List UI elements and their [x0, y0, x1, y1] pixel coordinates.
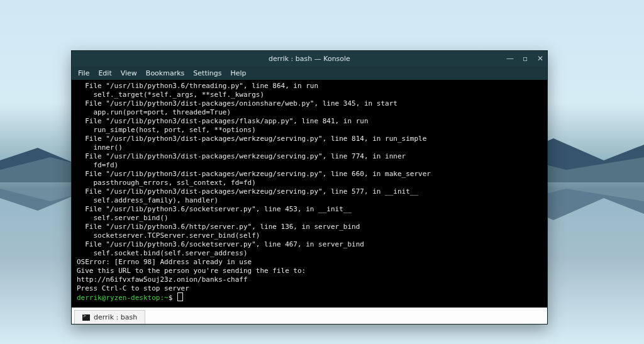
menu-edit[interactable]: Edit — [98, 69, 111, 77]
terminal-line: socketserver.TCPServer.server_bind(self) — [77, 231, 542, 240]
terminal-line: File "/usr/lib/python3.6/threading.py", … — [77, 82, 542, 91]
cursor — [178, 293, 182, 301]
menubar: File Edit View Bookmarks Settings Help — [72, 66, 547, 80]
terminal-icon — [82, 314, 90, 321]
tab-label: derrik : bash — [94, 313, 137, 321]
titlebar[interactable]: derrik : bash — Konsole — ▫ ✕ — [72, 51, 547, 66]
terminal-line: OSError: [Errno 98] Address already in u… — [77, 258, 542, 267]
terminal-output[interactable]: File "/usr/lib/python3.6/threading.py", … — [72, 80, 547, 308]
terminal-line: app.run(port=port, threaded=True) — [77, 108, 542, 117]
terminal-line: http://n6ifvxfaw5ouj23z.onion/banks-chaf… — [77, 275, 542, 284]
terminal-line: File "/usr/lib/python3/dist-packages/wer… — [77, 135, 542, 143]
terminal-line: File "/usr/lib/python3.6/socketserver.py… — [77, 240, 542, 249]
terminal-line: self._target(*self._args, **self._kwargs… — [77, 91, 542, 99]
maximize-button[interactable]: ▫ — [521, 54, 530, 63]
terminal-line: inner() — [77, 143, 542, 152]
window-title: derrik : bash — Konsole — [72, 55, 547, 63]
terminal-line: self.address_family), handler) — [77, 196, 542, 205]
terminal-line: Press Ctrl-C to stop server — [77, 284, 542, 293]
terminal-prompt[interactable]: derrik@ryzen-desktop:~$ — [77, 293, 542, 302]
terminal-line: File "/usr/lib/python3/dist-packages/wer… — [77, 152, 542, 161]
menu-settings[interactable]: Settings — [193, 69, 221, 77]
minimize-button[interactable]: — — [506, 54, 514, 63]
terminal-line: Give this URL to the person you're sendi… — [77, 267, 542, 275]
terminal-line: self.socket.bind(self.server_address) — [77, 249, 542, 258]
menu-file[interactable]: File — [78, 69, 89, 77]
terminal-line: self.server_bind() — [77, 214, 542, 223]
terminal-line: File "/usr/lib/python3.6/http/server.py"… — [77, 223, 542, 231]
prompt-symbol: $ — [169, 294, 177, 302]
terminal-line: File "/usr/lib/python3.6/socketserver.py… — [77, 205, 542, 214]
terminal-line: File "/usr/lib/python3/dist-packages/oni… — [77, 99, 542, 108]
terminal-line: run_simple(host, port, self, **options) — [77, 126, 542, 135]
terminal-line: File "/usr/lib/python3/dist-packages/wer… — [77, 170, 542, 179]
terminal-line: File "/usr/lib/python3/dist-packages/wer… — [77, 187, 542, 196]
konsole-window: derrik : bash — Konsole — ▫ ✕ File Edit … — [71, 50, 548, 325]
terminal-line: fd=fd) — [77, 161, 542, 170]
prompt-user-host: derrik@ryzen-desktop:~ — [77, 294, 169, 302]
menu-help[interactable]: Help — [230, 69, 246, 77]
terminal-line: passthrough_errors, ssl_context, fd=fd) — [77, 179, 542, 187]
terminal-line: File "/usr/lib/python3/dist-packages/fla… — [77, 117, 542, 126]
tabbar: derrik : bash — [72, 308, 547, 324]
menu-bookmarks[interactable]: Bookmarks — [146, 69, 184, 77]
tab-session[interactable]: derrik : bash — [74, 310, 145, 324]
window-controls: — ▫ ✕ — [506, 51, 545, 66]
close-button[interactable]: ✕ — [536, 54, 545, 63]
menu-view[interactable]: View — [121, 69, 137, 77]
